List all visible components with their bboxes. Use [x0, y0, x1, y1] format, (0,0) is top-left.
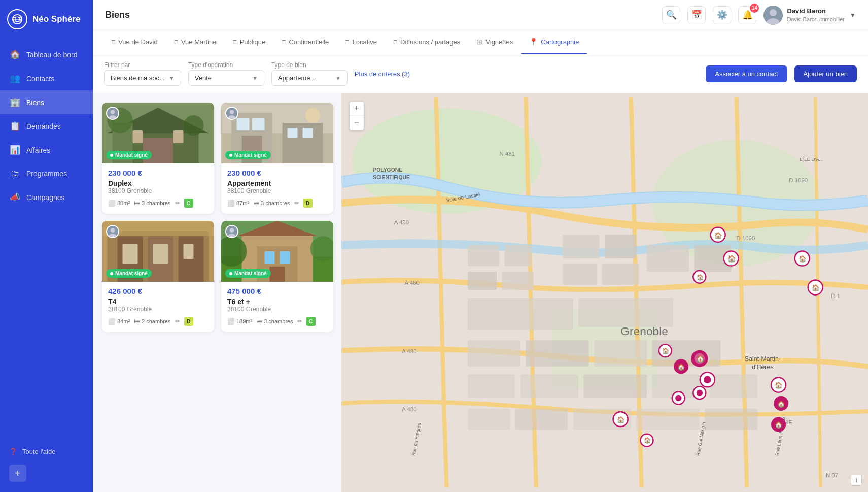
map-marker-11: 🏠: [808, 280, 823, 295]
svg-rect-22: [237, 118, 250, 130]
notifications-badge: 14: [750, 4, 759, 13]
tab-vue-david[interactable]: ≡ Vue de David: [103, 30, 166, 54]
filter-bien-select[interactable]: Apparteme... ▼: [271, 70, 348, 86]
sidebar-label-contacts: Contacts: [26, 75, 54, 83]
property-card-1[interactable]: Mandat signé 230 000 € Duplex 38100 Gren…: [102, 103, 214, 214]
sidebar-item-contacts[interactable]: 👥 Contacts: [0, 67, 93, 90]
app-logo[interactable]: Néo Sphère: [0, 0, 93, 39]
user-menu[interactable]: David Baron David Baron immobilier ▼: [763, 6, 856, 25]
card-type-1: Duplex: [108, 179, 208, 187]
add-property-button[interactable]: Ajouter un bien: [794, 65, 857, 82]
meta-rooms-4: 🛏 3 chambres: [256, 318, 293, 325]
filter-operation-arrow: ▼: [252, 75, 258, 81]
svg-rect-14: [133, 130, 143, 143]
calendar-icon: 📅: [691, 10, 702, 20]
svg-point-5: [770, 9, 777, 16]
page-title: Biens: [105, 10, 654, 20]
card-avatar-3: [106, 225, 119, 238]
search-button[interactable]: 🔍: [662, 6, 680, 24]
svg-text:🏠: 🏠: [727, 254, 736, 263]
sidebar-label-affaires: Affaires: [26, 146, 50, 154]
badge-label-1: Mandat signé: [115, 152, 148, 158]
sidebar: Néo Sphère 🏠 Tableau de bord 👥 Contacts …: [0, 0, 93, 492]
map-container[interactable]: A 480 A 480 A 480 D 1090 D 1 D 269E N 87…: [341, 93, 868, 492]
sidebar-nav: 🏠 Tableau de bord 👥 Contacts 🏢 Biens 📋 D…: [0, 39, 93, 436]
tab-label-vue-martine: Vue Martine: [181, 38, 217, 46]
dashboard-icon: 🏠: [9, 49, 20, 60]
map-zoom-controls: + −: [350, 102, 364, 130]
tab-vignettes[interactable]: ⊞ Vignettes: [468, 30, 521, 54]
svg-text:A 480: A 480: [402, 348, 416, 354]
tab-vue-martine[interactable]: ≡ Vue Martine: [166, 30, 225, 54]
avatar: [763, 6, 783, 25]
card-price-1: 230 000 €: [108, 169, 208, 177]
map-marker-4: 🏠: [674, 359, 688, 374]
bed-icon-4: 🛏: [256, 318, 262, 325]
tab-publique[interactable]: ≡ Publique: [225, 30, 274, 54]
sidebar-item-biens[interactable]: 🏢 Biens: [0, 90, 93, 114]
svg-rect-27: [303, 128, 313, 138]
tab-locative[interactable]: ≡ Locative: [337, 30, 385, 54]
map-marker-6: [700, 372, 715, 387]
tab-cartographie[interactable]: 📍 Cartographie: [521, 30, 587, 54]
filter-operation-select[interactable]: Vente ▼: [188, 70, 264, 86]
dpe-badge-3: D: [184, 317, 193, 326]
card-body-1: 230 000 € Duplex 38100 Grenoble ⬜ 80m² 🛏: [102, 163, 214, 214]
svg-rect-86: [636, 409, 700, 430]
card-badge-1: Mandat signé: [106, 151, 152, 159]
map-area[interactable]: A 480 A 480 A 480 D 1090 D 1 D 269E N 87…: [341, 93, 868, 492]
badge-label-2: Mandat signé: [234, 152, 267, 158]
sidebar-bottom: ❓ Toute l'aide +: [0, 436, 93, 492]
svg-text:🏠: 🏠: [714, 232, 722, 240]
property-card-2[interactable]: Mandat signé 230 000 € Appartement 38100…: [221, 103, 333, 214]
sidebar-item-programmes[interactable]: 🗂 Programmes: [0, 162, 93, 185]
svg-rect-78: [468, 374, 515, 398]
svg-text:SCIENTIFIQUE: SCIENTIFIQUE: [373, 175, 410, 180]
sidebar-item-dashboard[interactable]: 🏠 Tableau de bord: [0, 43, 93, 67]
biens-icon: 🏢: [9, 97, 20, 108]
tab-diffusions[interactable]: ≡ Diffusions / partages: [385, 30, 468, 54]
dpe-badge-1: C: [184, 199, 193, 208]
svg-rect-67: [605, 235, 636, 258]
sidebar-item-affaires[interactable]: 📊 Affaires: [0, 138, 93, 162]
sidebar-add-button[interactable]: +: [9, 465, 26, 482]
calendar-button[interactable]: 📅: [687, 6, 706, 24]
rooms-val-4: 3 chambres: [264, 318, 293, 324]
sidebar-item-demandes[interactable]: 📋 Demandes: [0, 114, 93, 138]
svg-text:D 1090: D 1090: [789, 177, 808, 183]
search-icon: 🔍: [666, 10, 677, 20]
zoom-in-button[interactable]: +: [350, 102, 364, 116]
filter-societe-select[interactable]: Biens de ma soc... ▼: [104, 70, 181, 86]
map-info-button[interactable]: i: [851, 475, 862, 486]
tab-label-vignettes: Vignettes: [485, 38, 513, 46]
notifications-button[interactable]: 🔔 14: [738, 6, 756, 24]
user-company: David Baron immobilier: [787, 16, 845, 23]
map-marker-7: [693, 386, 706, 399]
property-card-3[interactable]: Mandat signé 426 000 € T4 38100 Grenoble…: [102, 221, 214, 332]
map-marker-16: 🏠: [771, 417, 786, 432]
help-link[interactable]: ❓ Toute l'aide: [9, 444, 84, 460]
list-icon-2: ≡: [174, 38, 178, 46]
svg-text:Grenoble: Grenoble: [620, 324, 668, 338]
card-location-3: 38100 Grenoble: [108, 306, 208, 313]
sidebar-label-campagnes: Campagnes: [26, 193, 65, 202]
surface-val-1: 80m²: [117, 200, 130, 206]
svg-rect-87: [705, 409, 757, 430]
svg-point-43: [111, 228, 115, 232]
surface-icon-1: ⬜: [108, 200, 116, 207]
rooms-val-1: 3 chambres: [142, 200, 170, 206]
sidebar-item-campagnes[interactable]: 📣 Campagnes: [0, 185, 93, 209]
more-criteria-button[interactable]: Plus de critères (3): [355, 70, 410, 78]
svg-rect-80: [583, 374, 647, 398]
svg-text:🏠: 🏠: [775, 381, 783, 389]
settings-button[interactable]: ⚙️: [713, 6, 731, 24]
property-card-4[interactable]: Mandat signé 475 000 € T6 et + 38100 Gre…: [221, 221, 333, 332]
zoom-out-button[interactable]: −: [350, 116, 364, 130]
surface-icon-4: ⬜: [227, 318, 235, 325]
split-view: Mandat signé 230 000 € Duplex 38100 Gren…: [93, 93, 868, 492]
tab-confidentielle[interactable]: ≡ Confidentielle: [273, 30, 337, 54]
card-location-1: 38100 Grenoble: [108, 187, 208, 194]
associate-contact-button[interactable]: Associer à un contact: [706, 65, 787, 82]
filter-societe-value: Biens de ma soc...: [111, 74, 165, 82]
filter-group-1: Filtrer par Biens de ma soc... ▼: [104, 61, 181, 86]
